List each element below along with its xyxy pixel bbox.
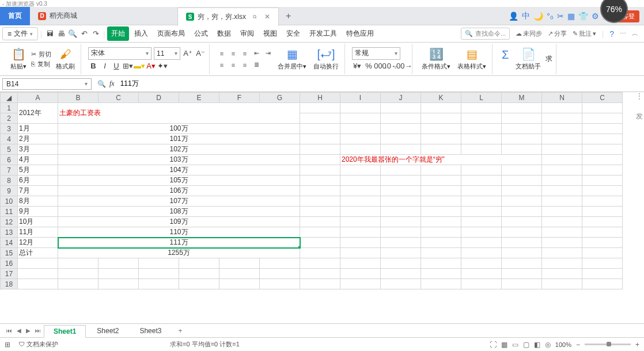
tab-close-icon[interactable]: ✕ — [264, 13, 270, 21]
cell-C17[interactable] — [582, 269, 623, 279]
cell-I17[interactable] — [340, 269, 381, 279]
fill-color-icon[interactable]: ▬▾ — [134, 61, 145, 71]
cell-A4[interactable]: 2月 — [18, 134, 58, 144]
zoom-in-icon[interactable]: + — [635, 341, 639, 349]
symbol-button[interactable]: Σx — [499, 47, 511, 71]
row-header-12[interactable]: 12 — [1, 217, 18, 227]
cell-K18[interactable] — [421, 279, 461, 289]
cell-K11[interactable] — [421, 207, 461, 217]
cell-A12[interactable]: 10月 — [18, 217, 58, 227]
cell-I11[interactable] — [340, 207, 381, 217]
sheettab-last-icon[interactable]: ⏭ — [33, 327, 43, 334]
cell-H1[interactable] — [300, 103, 340, 113]
sidepanel-icon-1[interactable]: ⋮ — [636, 92, 643, 100]
row-header-15[interactable]: 15 — [1, 248, 18, 258]
cell-A1[interactable]: 2012年 — [18, 103, 58, 124]
row-header-5[interactable]: 5 — [1, 144, 18, 155]
cell-L9[interactable] — [461, 186, 502, 196]
cell-A11[interactable]: 9月 — [18, 207, 58, 217]
cell-K15[interactable] — [421, 248, 461, 258]
cell-N1[interactable] — [542, 103, 582, 113]
cell-J16[interactable] — [381, 258, 421, 269]
cell-M8[interactable] — [502, 175, 542, 186]
row-header-7[interactable]: 7 — [1, 165, 18, 175]
cell-H10[interactable] — [300, 196, 340, 207]
cell-B3[interactable]: 100万 — [58, 124, 300, 134]
font-size-combo[interactable]: 11▾ — [154, 47, 180, 60]
cell-K12[interactable] — [421, 217, 461, 227]
cell-L18[interactable] — [461, 279, 502, 289]
currency-icon[interactable]: ¥▾ — [352, 61, 362, 71]
col-header-H[interactable]: H — [300, 93, 340, 103]
cell-B10[interactable]: 107万 — [58, 196, 300, 207]
cell-I4[interactable] — [340, 134, 381, 144]
cell-M10[interactable] — [502, 196, 542, 207]
cell-M17[interactable] — [502, 269, 542, 279]
cell-N2[interactable] — [542, 113, 582, 124]
cell-L12[interactable] — [461, 217, 502, 227]
cell-B12[interactable]: 109万 — [58, 217, 300, 227]
row-header-14[interactable]: 14 — [1, 238, 18, 248]
align-middle-icon[interactable]: ≡ — [228, 48, 238, 59]
menutab-insert[interactable]: 插入 — [130, 26, 152, 41]
cell-J13[interactable] — [381, 227, 421, 238]
row-header-10[interactable]: 10 — [1, 196, 18, 207]
cell-B4[interactable]: 101万 — [58, 134, 300, 144]
cell-M11[interactable] — [502, 207, 542, 217]
cell-C16[interactable] — [582, 258, 623, 269]
cell-I10[interactable] — [340, 196, 381, 207]
cell-D18[interactable] — [139, 279, 179, 289]
status-app-icon[interactable]: ⊞ — [5, 341, 10, 349]
cell-K9[interactable] — [421, 186, 461, 196]
sheettab-first-icon[interactable]: ⏮ — [5, 327, 14, 334]
qat-undo-icon[interactable]: ↶ — [79, 29, 89, 38]
paste-button[interactable]: 📋粘贴▾ — [8, 46, 29, 72]
cell-C18[interactable] — [99, 279, 139, 289]
cell-A8[interactable]: 6月 — [18, 175, 58, 186]
menutab-layout[interactable]: 页面布局 — [153, 26, 189, 41]
cell-N6[interactable] — [542, 155, 582, 165]
cell-K5[interactable] — [421, 144, 461, 155]
cell-B9[interactable]: 106万 — [58, 186, 300, 196]
cell-F18[interactable] — [219, 279, 260, 289]
cell-J18[interactable] — [381, 279, 421, 289]
row-header-11[interactable]: 11 — [1, 207, 18, 217]
sheet-add-button[interactable]: + — [172, 327, 188, 335]
col-header-M[interactable]: M — [502, 93, 542, 103]
row-header-16[interactable]: 16 — [1, 258, 18, 269]
cell-C15[interactable] — [582, 248, 623, 258]
dec-dec-icon[interactable]: .00→ — [398, 61, 408, 71]
cell-C7[interactable] — [582, 165, 623, 175]
increase-font-icon[interactable]: A⁺ — [183, 48, 193, 59]
col-header-G[interactable]: G — [260, 93, 300, 103]
row-header-6[interactable]: 6 — [1, 155, 18, 165]
underline-icon[interactable]: U — [111, 61, 122, 71]
gear-icon[interactable]: ⚙ — [592, 12, 599, 21]
cell-K16[interactable] — [421, 258, 461, 269]
cell-C13[interactable] — [582, 227, 623, 238]
cut-button[interactable]: ✂ 剪切 — [31, 50, 51, 59]
formula-input[interactable] — [118, 78, 644, 90]
cell-J4[interactable] — [381, 134, 421, 144]
moon-icon[interactable]: 🌙 — [533, 12, 543, 21]
align-justify-icon[interactable]: ≣ — [251, 60, 262, 70]
row-header-2[interactable]: 2 — [1, 113, 18, 124]
qat-redo-icon[interactable]: ↷ — [90, 29, 101, 38]
unsync-button[interactable]: ☁ 未同步 — [516, 29, 542, 38]
cell-I9[interactable] — [340, 186, 381, 196]
cell-L2[interactable] — [461, 113, 502, 124]
menutab-special[interactable]: 特色应用 — [342, 26, 378, 41]
cell-I12[interactable] — [340, 217, 381, 227]
cell-B14[interactable]: 111万 — [58, 238, 300, 248]
cn-icon[interactable]: 中 — [522, 11, 530, 21]
command-search[interactable]: 🔍 查找命令... — [461, 28, 510, 40]
menutab-dev[interactable]: 开发工具 — [305, 26, 341, 41]
cell-A3[interactable]: 1月 — [18, 124, 58, 134]
cell-A9[interactable]: 7月 — [18, 186, 58, 196]
status-misc-icon[interactable]: ◧ — [534, 341, 540, 349]
cell-H18[interactable] — [300, 279, 340, 289]
col-header-A[interactable]: A — [18, 93, 58, 103]
cell-M15[interactable] — [502, 248, 542, 258]
cell-I1[interactable] — [340, 103, 381, 113]
cell-J12[interactable] — [381, 217, 421, 227]
